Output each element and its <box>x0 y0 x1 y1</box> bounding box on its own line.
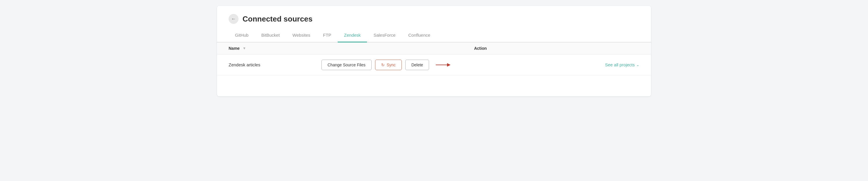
tab-websites[interactable]: Websites <box>286 30 316 43</box>
delete-button[interactable]: Delete <box>405 60 429 70</box>
page-title: Connected sources <box>243 15 312 24</box>
filter-icon: ▼ <box>243 46 246 50</box>
row-name: Zendesk articles <box>228 62 321 67</box>
tabs-container: GitHub BitBucket Websites FTP Zendesk Sa… <box>217 30 651 43</box>
sync-label: Sync <box>387 62 396 67</box>
change-source-button[interactable]: Change Source Files <box>321 60 372 70</box>
see-all-label: See all projects <box>605 62 635 67</box>
table-header: Name ▼ Action <box>217 43 651 54</box>
col-action-header: Action <box>321 46 640 51</box>
col-name-header: Name ▼ <box>228 46 321 51</box>
sync-icon: ↻ <box>381 62 385 67</box>
tab-zendesk[interactable]: Zendesk <box>338 30 367 43</box>
tab-github[interactable]: GitHub <box>228 30 255 43</box>
page-container: ← Connected sources GitHub BitBucket Web… <box>217 6 651 96</box>
arrow-icon <box>434 62 452 68</box>
page-header: ← Connected sources <box>217 6 651 30</box>
see-all-projects-link[interactable]: See all projects ⌄ <box>605 62 640 67</box>
name-column-label: Name <box>228 46 240 51</box>
arrow-indicator <box>434 62 452 68</box>
table-row: Zendesk articles Change Source Files ↻ S… <box>217 54 651 75</box>
chevron-down-icon: ⌄ <box>636 62 640 67</box>
tab-confluence[interactable]: Confluence <box>402 30 437 43</box>
tab-salesforce[interactable]: SalesForce <box>367 30 402 43</box>
tab-ftp[interactable]: FTP <box>316 30 337 43</box>
back-button[interactable]: ← <box>228 14 239 24</box>
tab-bitbucket[interactable]: BitBucket <box>255 30 286 43</box>
row-actions: Change Source Files ↻ Sync Delete See al… <box>321 60 640 70</box>
sync-button[interactable]: ↻ Sync <box>375 60 402 70</box>
